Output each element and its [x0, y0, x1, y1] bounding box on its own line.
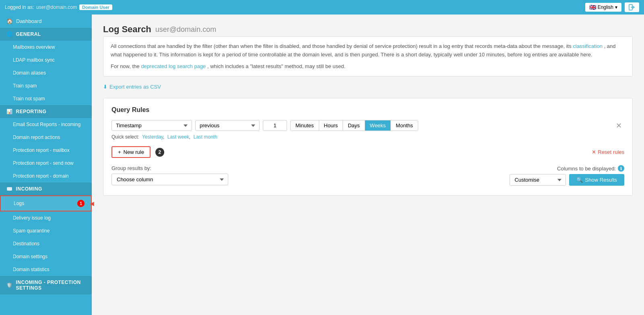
filter-value-input[interactable] [263, 120, 287, 131]
sidebar-item-dashboard[interactable]: 🏠 Dashboard [0, 15, 92, 28]
sidebar-item-incoming-section[interactable]: ✉️ Incoming [0, 182, 92, 195]
show-results-label: Show Results [585, 177, 617, 183]
close-filter-button[interactable]: ✕ [613, 121, 624, 130]
sidebar-item-label: Mailboxes overview [13, 44, 55, 50]
page-title: Log Search [103, 24, 151, 35]
language-button[interactable]: 🇬🇧 English ▾ [585, 3, 621, 12]
sidebar-item-protection-report-domain[interactable]: Protection report - domain [0, 170, 92, 182]
condition-select[interactable]: previous next equals before after [195, 120, 260, 131]
sidebar-item-label: Train not spam [13, 96, 45, 102]
search-icon: 🔍 [576, 177, 583, 183]
topbar: Logged in as: user@domain.com Domain Use… [0, 0, 644, 15]
sidebar-item-label: Domain settings [13, 254, 47, 259]
group-results-label: Group results by: [111, 165, 228, 171]
user-role-badge: Domain User [79, 4, 112, 10]
export-csv-link[interactable]: ⬇ Export entries as CSV [103, 84, 633, 90]
info-paragraph-1: All connections that are handled by the … [111, 42, 625, 59]
time-btn-months[interactable]: Months [391, 120, 418, 131]
info-box: All connections that are handled by the … [103, 36, 633, 77]
sidebar-item-label: LDAP mailbox sync [13, 57, 55, 63]
reset-rules-label: Reset rules [598, 149, 624, 155]
chart-icon: 📊 [6, 109, 13, 114]
house-icon: 🏠 [6, 18, 13, 24]
logs-arrow-icon: ◀ [90, 200, 94, 207]
sidebar-item-domain-statistics[interactable]: Domain statistics [0, 263, 92, 276]
group-column-select[interactable]: Choose column Sender Domain Recipient Ac… [111, 174, 228, 185]
left-actions: + New rule 2 [111, 146, 164, 158]
sidebar-item-label: Incoming [16, 186, 42, 192]
sidebar-item-label: Incoming - Protection Settings [16, 280, 86, 291]
sidebar-item-label: General [16, 31, 41, 37]
sidebar-item-train-spam[interactable]: Train spam [0, 79, 92, 92]
deprecated-link[interactable]: deprecated log search page [141, 63, 206, 69]
sidebar-item-label: Train spam [13, 83, 37, 89]
sidebar-item-protection-report-send-now[interactable]: Protection report - send now [0, 157, 92, 170]
sidebar-item-destinations[interactable]: Destinations [0, 237, 92, 250]
reset-rules-button[interactable]: ✕ Reset rules [592, 149, 624, 155]
classification-link[interactable]: classification [573, 43, 603, 49]
sidebar-item-delivery-issue-log[interactable]: Delivery issue log [0, 211, 92, 224]
sidebar-item-mailboxes-overview[interactable]: Mailboxes overview [0, 41, 92, 54]
plus-icon: + [118, 149, 121, 155]
download-icon: ⬇ [103, 84, 107, 90]
sidebar-item-train-not-spam[interactable]: Train not spam [0, 92, 92, 105]
info-text-1: All connections that are handled by the … [111, 43, 572, 49]
step-2-badge: 2 [155, 148, 164, 157]
sidebar-item-incoming-protection-settings[interactable]: 🛡️ Incoming - Protection Settings [0, 276, 92, 294]
logout-icon [629, 4, 635, 10]
sidebar-item-domain-settings[interactable]: Domain settings [0, 250, 92, 263]
info-text-4: , which includes a "latest results" meth… [207, 63, 345, 69]
sidebar-item-label: Destinations [13, 241, 39, 247]
sidebar-item-reporting[interactable]: 📊 Reporting [0, 105, 92, 118]
quick-select-row: Quick select: Yesterday, Last week, Last… [111, 134, 624, 140]
sidebar-item-label: Logs [14, 201, 24, 206]
quick-select-last-week[interactable]: Last week [167, 134, 189, 140]
page-title-row: Log Search user@domain.com [103, 24, 633, 35]
new-rule-label: New rule [124, 149, 144, 155]
time-btn-days[interactable]: Days [343, 120, 365, 131]
time-btn-weeks[interactable]: Weeks [365, 120, 391, 131]
quick-select-yesterday[interactable]: Yesterday [142, 134, 163, 140]
info-paragraph-2: For now, the deprecated log search page … [111, 62, 625, 71]
sidebar-item-label: Protection report - send now [13, 160, 74, 166]
step-badge-1: 1 [77, 200, 85, 207]
action-row: + New rule 2 ✕ Reset rules [111, 146, 624, 158]
user-email: user@domain.com [36, 4, 77, 10]
show-results-button[interactable]: 🔍 Show Results [569, 174, 624, 186]
new-rule-button[interactable]: + New rule [111, 146, 151, 158]
sidebar-item-general[interactable]: 🌐 General [0, 28, 92, 41]
export-label: Export entries as CSV [109, 84, 161, 90]
flag-icon: 🇬🇧 [589, 4, 596, 10]
shield-icon: 🛡️ [6, 282, 13, 288]
columns-to-display-label: Columns to be displayed: ℹ [557, 165, 624, 172]
sidebar-item-label: Domain statistics [13, 267, 50, 272]
sidebar-item-logs[interactable]: Logs ◀ 1 [0, 195, 92, 211]
columns-controls-row: Customise Default 🔍 Show Results [510, 174, 624, 186]
sidebar-item-label: Email Scout Reports - incoming [13, 122, 80, 127]
group-right: Columns to be displayed: ℹ Customise Def… [510, 165, 624, 186]
times-icon: ✕ [592, 149, 596, 155]
sidebar-item-label: Domain report actions [13, 135, 60, 140]
sidebar-item-domain-aliases[interactable]: Domain aliases [0, 66, 92, 79]
time-unit-group: Minutes Hours Days Weeks Months [290, 120, 418, 131]
envelope-icon: ✉️ [6, 186, 13, 192]
sidebar: 🏠 Dashboard 🌐 General Mailboxes overview… [0, 15, 92, 315]
topbar-left: Logged in as: user@domain.com Domain Use… [5, 4, 112, 10]
time-btn-hours[interactable]: Hours [319, 120, 343, 131]
globe-icon: 🌐 [6, 31, 13, 37]
query-rules-title: Query Rules [111, 106, 624, 114]
main-content: Log Search user@domain.com All connectio… [92, 15, 644, 315]
sidebar-item-label: Domain aliases [13, 70, 46, 76]
sidebar-item-email-scout-reports[interactable]: Email Scout Reports - incoming [0, 118, 92, 131]
logout-button[interactable] [625, 2, 639, 12]
customise-select[interactable]: Customise Default [510, 174, 566, 186]
column-select[interactable]: Timestamp Sender Recipient Subject Actio… [111, 120, 192, 131]
sidebar-item-label: Dashboard [16, 18, 42, 24]
sidebar-item-protection-report-mailbox[interactable]: Protection report - mailbox [0, 144, 92, 157]
quick-select-last-month[interactable]: Last month [193, 134, 217, 140]
sidebar-item-domain-report-actions[interactable]: Domain report actions [0, 131, 92, 144]
time-btn-minutes[interactable]: Minutes [291, 120, 319, 131]
sidebar-item-spam-quarantine[interactable]: Spam quarantine [0, 224, 92, 237]
lang-dropdown-icon: ▾ [615, 4, 617, 10]
sidebar-item-ldap-mailbox-sync[interactable]: LDAP mailbox sync [0, 54, 92, 66]
